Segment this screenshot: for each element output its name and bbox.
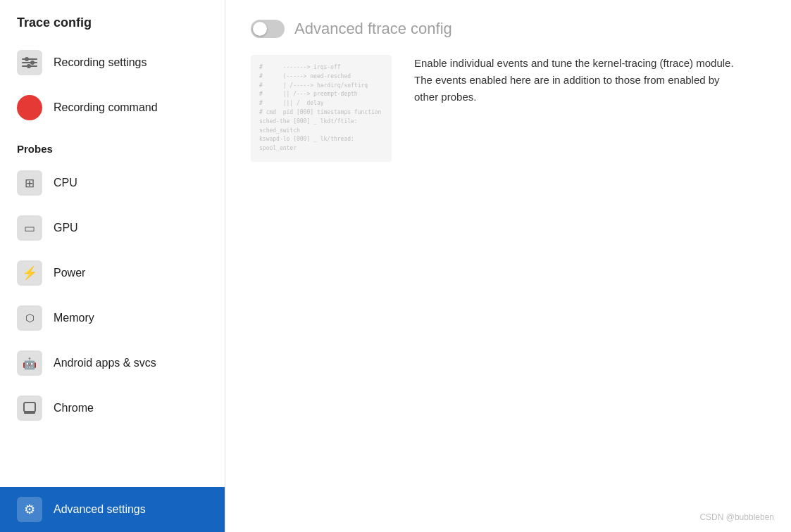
ftrace-content: # -------> irqs-off # (-----> need-resch… (251, 55, 766, 162)
android-icon: 🤖 (17, 350, 42, 376)
memory-icon: ⬡ (17, 305, 42, 331)
cpu-icon: ⊞ (17, 170, 42, 196)
record-icon (17, 95, 42, 120)
cpu-label: CPU (54, 177, 77, 189)
main-content: Advanced ftrace config # -------> irqs-o… (225, 0, 791, 532)
svg-rect-0 (24, 403, 35, 412)
watermark: CSDN @bubbleben (699, 512, 774, 522)
power-label: Power (54, 267, 85, 279)
sidebar-item-recording-command[interactable]: Recording command (0, 85, 225, 130)
toggle-thumb (253, 22, 267, 36)
gpu-icon: ▭ (17, 215, 42, 241)
sidebar-item-memory[interactable]: ⬡ Memory (0, 296, 225, 341)
recording-command-label: Recording command (54, 101, 158, 114)
chrome-label: Chrome (54, 402, 94, 414)
sidebar-item-advanced-settings[interactable]: ⚙ Advanced settings (0, 487, 225, 532)
sidebar-item-android[interactable]: 🤖 Android apps & svcs (0, 341, 225, 386)
sliders-icon (17, 50, 42, 75)
sidebar: Trace config Recording settings Recordin… (0, 0, 225, 532)
svg-rect-1 (24, 412, 35, 414)
sidebar-item-recording-settings[interactable]: Recording settings (0, 40, 225, 85)
sidebar-item-chrome[interactable]: Chrome (0, 386, 225, 431)
gear-icon: ⚙ (17, 497, 42, 522)
sidebar-item-cpu[interactable]: ⊞ CPU (0, 160, 225, 205)
probes-section-label: Probes (0, 130, 225, 160)
ftrace-description: Enable individual events and tune the ke… (414, 55, 738, 106)
sidebar-item-power[interactable]: ⚡ Power (0, 251, 225, 296)
ftrace-title: Advanced ftrace config (294, 20, 452, 38)
advanced-ftrace-toggle[interactable] (251, 20, 285, 38)
chrome-icon (17, 395, 42, 421)
advanced-settings-label: Advanced settings (54, 503, 146, 516)
ftrace-code-preview: # -------> irqs-off # (-----> need-resch… (251, 55, 392, 162)
sidebar-title: Trace config (0, 0, 225, 40)
ftrace-desc-text: Enable individual events and tune the ke… (414, 57, 734, 103)
android-label: Android apps & svcs (54, 357, 156, 369)
memory-label: Memory (54, 312, 94, 324)
gpu-label: GPU (54, 222, 78, 234)
power-icon: ⚡ (17, 260, 42, 286)
recording-settings-label: Recording settings (54, 56, 147, 69)
sidebar-item-gpu[interactable]: ▭ GPU (0, 205, 225, 251)
ftrace-header: Advanced ftrace config (251, 20, 766, 38)
